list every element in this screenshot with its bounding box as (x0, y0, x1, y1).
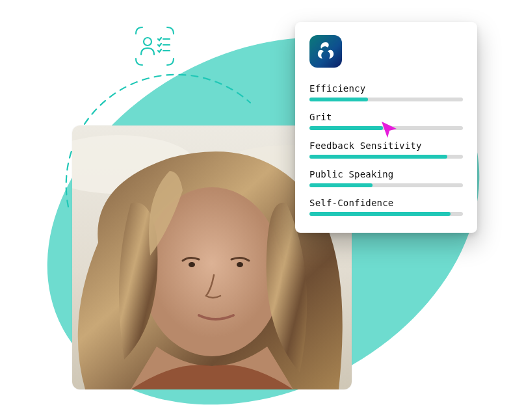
trait-label: Efficiency (309, 83, 463, 94)
trait-slider[interactable] (309, 126, 463, 130)
trait-label: Feedback Sensitivity (309, 140, 463, 151)
trait-slider[interactable] (309, 155, 463, 159)
trait-fill (309, 212, 451, 216)
trait-label: Self-Confidence (309, 198, 463, 208)
trait-label: Public Speaking (309, 169, 463, 179)
traits-card: Efficiency Grit Feedback Sensitivity Pub… (295, 22, 477, 233)
trait-row: Public Speaking (309, 169, 463, 187)
trait-row: Feedback Sensitivity (309, 140, 463, 159)
trait-fill (309, 155, 447, 159)
trait-row: Grit (309, 112, 463, 130)
person-checklist-icon (133, 25, 176, 68)
trait-fill (309, 126, 383, 130)
svg-point-8 (189, 262, 195, 267)
trait-row: Self-Confidence (309, 198, 463, 216)
trait-slider[interactable] (309, 98, 463, 101)
trait-slider[interactable] (309, 183, 463, 187)
svg-point-0 (144, 38, 151, 46)
trait-fill (309, 98, 368, 101)
trait-row: Efficiency (309, 83, 463, 101)
svg-point-9 (237, 262, 243, 267)
pointer-cursor-icon (380, 120, 399, 139)
app-icon (309, 35, 342, 68)
trait-slider[interactable] (309, 212, 463, 216)
trait-label: Grit (309, 112, 463, 122)
triad-logo-icon (315, 40, 337, 62)
trait-fill (309, 183, 373, 187)
